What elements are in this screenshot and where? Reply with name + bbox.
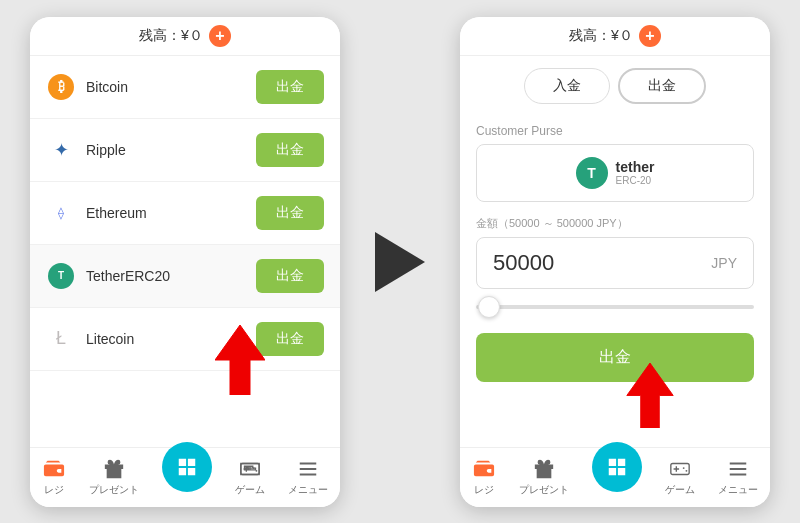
red-arrow-right: [625, 363, 675, 432]
amount-label: 金額（50000 ～ 500000 JPY）: [476, 216, 754, 231]
ripple-name: Ripple: [86, 142, 256, 158]
right-menu-icon: [726, 457, 750, 481]
nav-menu-label: メニュー: [288, 483, 328, 497]
litecoin-icon: Ł: [46, 324, 76, 354]
right-phone-frame: 残高：¥０ + 入金 出金 Customer Purse T tether ER…: [460, 17, 770, 507]
right-nav-menu-label: メニュー: [718, 483, 758, 497]
svg-rect-9: [671, 464, 689, 475]
right-gift-icon: [532, 457, 556, 481]
grid-icon: [175, 455, 199, 479]
right-phone: 残高：¥０ + 入金 出金 Customer Purse T tether ER…: [460, 17, 770, 507]
right-nav-present-label: プレゼント: [519, 483, 569, 497]
nav-register-label: レジ: [44, 483, 64, 497]
ripple-withdraw-button[interactable]: 出金: [256, 133, 324, 167]
ethereum-row: ⟠ Ethereum 出金: [30, 182, 340, 245]
litecoin-withdraw-button[interactable]: 出金: [256, 322, 324, 356]
nav-menu[interactable]: メニュー: [288, 457, 328, 497]
left-phone-frame: 残高：¥０ + ₿ Bitcoin 出金 ✦ Ripple 出金: [30, 17, 340, 507]
right-wallet-icon: [472, 457, 496, 481]
nav-present[interactable]: プレゼント: [89, 457, 139, 497]
left-phone: 残高：¥０ + ₿ Bitcoin 出金 ✦ Ripple 出金: [30, 17, 340, 507]
nav-grid-center[interactable]: [162, 442, 212, 492]
tether-withdraw-button[interactable]: 出金: [256, 259, 324, 293]
right-nav-present[interactable]: プレゼント: [519, 457, 569, 497]
gift-icon: [102, 457, 126, 481]
right-grid-icon: [605, 455, 629, 479]
left-bottom-nav: レジ プレゼント ゲーム: [30, 447, 340, 507]
wallet-icon: [42, 457, 66, 481]
crypto-list: ₿ Bitcoin 出金 ✦ Ripple 出金 ⟠ Ethereum 出金: [30, 56, 340, 447]
nav-game-label: ゲーム: [235, 483, 265, 497]
right-plus-button[interactable]: +: [639, 25, 661, 47]
form-content: Customer Purse T tether ERC-20 金額（50000 …: [460, 112, 770, 447]
tether-name-label: TetherERC20: [86, 268, 256, 284]
bitcoin-withdraw-button[interactable]: 出金: [256, 70, 324, 104]
amount-currency: JPY: [711, 255, 737, 271]
ripple-icon: ✦: [46, 135, 76, 165]
svg-point-3: [253, 467, 255, 469]
submit-withdraw-button[interactable]: 出金: [476, 333, 754, 382]
right-nav-register[interactable]: レジ: [472, 457, 496, 497]
svg-point-13: [686, 470, 688, 472]
ethereum-icon: ⟠: [46, 198, 76, 228]
svg-point-4: [256, 470, 258, 472]
tab-withdraw[interactable]: 出金: [618, 68, 706, 104]
transition-arrow: [370, 232, 430, 292]
right-header: 残高：¥０ +: [460, 17, 770, 56]
right-game-icon: [668, 457, 692, 481]
ethereum-withdraw-button[interactable]: 出金: [256, 196, 324, 230]
litecoin-row: Ł Litecoin 出金: [30, 308, 340, 371]
tether-row: T TetherERC20 出金: [30, 245, 340, 308]
bitcoin-name: Bitcoin: [86, 79, 256, 95]
amount-value: 50000: [493, 250, 554, 276]
tether-name-text: tether: [616, 159, 655, 175]
slider-thumb[interactable]: [478, 296, 500, 318]
tab-deposit[interactable]: 入金: [524, 68, 610, 104]
nav-present-label: プレゼント: [89, 483, 139, 497]
game-icon: [238, 457, 262, 481]
customer-purse-label: Customer Purse: [476, 124, 754, 138]
left-balance-label: 残高：¥０: [139, 27, 203, 45]
right-balance-container: 残高：¥０ +: [569, 25, 661, 47]
bitcoin-row: ₿ Bitcoin 出金: [30, 56, 340, 119]
purse-box: T tether ERC-20: [476, 144, 754, 202]
ethereum-name: Ethereum: [86, 205, 256, 221]
right-arrow-shape: [375, 232, 425, 292]
right-balance-label: 残高：¥０: [569, 27, 633, 45]
right-nav-register-label: レジ: [474, 483, 494, 497]
right-nav-menu[interactable]: メニュー: [718, 457, 758, 497]
nav-register[interactable]: レジ: [42, 457, 66, 497]
tether-sub-text: ERC-20: [616, 175, 655, 186]
red-arrow-left: [215, 325, 265, 399]
tether-icon-small: T: [46, 261, 76, 291]
svg-marker-17: [627, 363, 673, 428]
nav-game[interactable]: ゲーム: [235, 457, 265, 497]
svg-marker-8: [215, 325, 265, 395]
amount-slider[interactable]: [476, 297, 754, 317]
right-nav-grid-center[interactable]: [592, 442, 642, 492]
left-plus-button[interactable]: +: [209, 25, 231, 47]
bitcoin-icon: ₿: [46, 72, 76, 102]
right-nav-game-label: ゲーム: [665, 483, 695, 497]
tether-large-icon: T: [576, 157, 608, 189]
amount-box: 50000 JPY: [476, 237, 754, 289]
slider-track: [476, 305, 754, 309]
menu-icon: [296, 457, 320, 481]
left-header: 残高：¥０ +: [30, 17, 340, 56]
tab-bar: 入金 出金: [460, 56, 770, 112]
svg-point-12: [683, 467, 685, 469]
right-nav-game[interactable]: ゲーム: [665, 457, 695, 497]
ripple-row: ✦ Ripple 出金: [30, 119, 340, 182]
right-bottom-nav: レジ プレゼント ゲーム: [460, 447, 770, 507]
left-balance-container: 残高：¥０ +: [139, 25, 231, 47]
tether-info: tether ERC-20: [616, 159, 655, 186]
